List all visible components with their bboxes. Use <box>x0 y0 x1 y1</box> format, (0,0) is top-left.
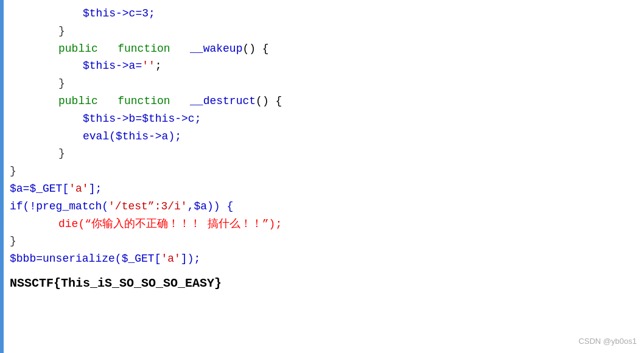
code-line: } <box>10 23 644 40</box>
code-line: $bbb=unserialize($_GET['a']); <box>10 250 644 268</box>
left-bar <box>0 0 4 353</box>
code-line: if(!preg_match('/test”:3/i',$a)) { <box>10 198 644 215</box>
code-container: $this->c=3;}public function __wakeup() {… <box>0 0 644 273</box>
code-line: eval($this->a); <box>10 128 644 145</box>
code-line: $this->c=3; <box>10 5 644 23</box>
code-line: public function __wakeup() { <box>10 40 644 58</box>
code-line: } <box>10 75 644 93</box>
code-line: } <box>10 163 644 180</box>
flag-line: NSSCTF{This_iS_SO_SO_SO_EASY} <box>0 274 644 293</box>
code-line: } <box>10 232 644 250</box>
code-line: $this->b=$this->c; <box>10 110 644 128</box>
code-line: } <box>10 145 644 163</box>
code-line: public function __destruct() { <box>10 93 644 110</box>
watermark: CSDN @yb0os1 <box>578 335 637 348</box>
code-line: $a=$_GET['a']; <box>10 180 644 198</box>
code-line: $this->a=''; <box>10 57 644 75</box>
code-line: die(“你输入的不正确！！！ 搞什么！！”); <box>10 215 644 233</box>
